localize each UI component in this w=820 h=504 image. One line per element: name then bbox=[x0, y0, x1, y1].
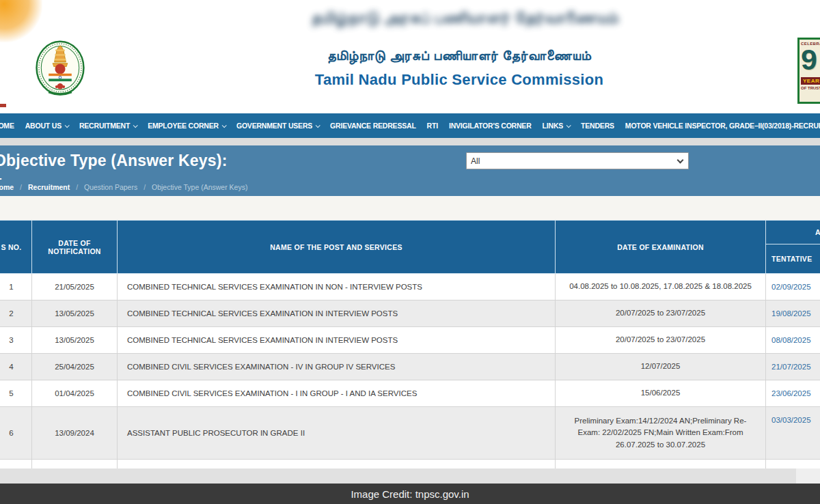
cell-notification-date: 13/05/2025 bbox=[32, 327, 118, 354]
cell-exam-date: 20/07/2025 to 23/07/2025 bbox=[556, 327, 766, 354]
table-row: 6 13/09/2024 ASSISTANT PUBLIC PROSECUTOR… bbox=[0, 407, 820, 460]
divider-band bbox=[0, 138, 820, 145]
bottom-gray-band bbox=[0, 468, 820, 484]
image-credit-text: Image Credit: tnpsc.gov.in bbox=[351, 488, 469, 500]
cell-exam-date: Preliminary Exam:14/12/2024 AN;Prelimina… bbox=[556, 407, 766, 460]
col-header-label: DATE OF NOTIFICATION bbox=[42, 239, 107, 255]
nav-item-label: TENDERS bbox=[581, 122, 614, 130]
cell-notification-date: 13/09/2024 bbox=[32, 407, 118, 460]
nav-item-links[interactable]: LINKS bbox=[543, 122, 571, 130]
cell-post-name: COMBINED TECHNICAL SERVICES EXAMINATION … bbox=[118, 274, 556, 300]
nav-item-label: ABOUT US bbox=[25, 122, 62, 130]
col-header-date-of-notification: DATE OF NOTIFICATION bbox=[32, 221, 118, 274]
breadcrumb-item-home[interactable]: Home bbox=[0, 183, 14, 191]
table-row: 1 21/05/2025 COMBINED TECHNICAL SERVICES… bbox=[0, 274, 820, 300]
badge-years-number: 9 bbox=[801, 46, 820, 73]
col-header-name-of-post: NAME OF THE POST AND SERVICES bbox=[118, 221, 556, 274]
nav-item-label: MOTOR VEHICLE INSPECTOR, GRADE–II(03/201… bbox=[625, 122, 820, 130]
cell-s-no: 1 bbox=[0, 274, 32, 300]
table-row: 2 13/05/2025 COMBINED TECHNICAL SERVICES… bbox=[0, 300, 820, 327]
tnpsc-emblem-logo bbox=[31, 36, 89, 102]
col-header-tentative: TENTATIVE bbox=[766, 244, 820, 274]
nav-item-grievance-redressal[interactable]: GRIEVANCE REDRESSAL bbox=[330, 122, 416, 130]
cell-tentative-key: 21/07/2025 bbox=[766, 354, 820, 380]
site-header: தமிழ்நாடு அரசுப் பணியாளர் தேர்வாணையம் bbox=[0, 0, 820, 113]
cell-tentative-key: 08/08/2025 bbox=[766, 327, 820, 354]
col-header-date-of-examination: DATE OF EXAMINATION bbox=[556, 221, 766, 274]
chevron-down-icon bbox=[65, 123, 70, 128]
col-header-s-no: S NO. bbox=[0, 221, 32, 274]
tentative-key-link[interactable]: 08/08/2025 bbox=[771, 336, 811, 344]
breadcrumb-item-current: Objective Type (Answer Keys) bbox=[152, 183, 247, 191]
breadcrumb: Home / Recruitment / Question Papers / O… bbox=[0, 183, 247, 191]
nav-item-motor-vehicle-inspector[interactable]: MOTOR VEHICLE INSPECTOR, GRADE–II(03/201… bbox=[625, 122, 820, 130]
main-navigation: HOME ABOUT US RECRUITMENT EMPLOYEE CORNE… bbox=[0, 113, 820, 138]
nav-item-employee-corner[interactable]: EMPLOYEE CORNER bbox=[148, 122, 226, 130]
cell-tentative-key: 03/03/2025 bbox=[766, 407, 820, 460]
org-name-tamil: தமிழ்நாடு அரசுப் பணியாளர் தேர்வாணையம் bbox=[327, 48, 592, 64]
cell-notification-date: 25/04/2025 bbox=[32, 354, 118, 380]
tentative-key-link[interactable]: 19/08/2025 bbox=[771, 309, 811, 318]
cell-s-no: 6 bbox=[0, 407, 32, 460]
nav-item-home[interactable]: HOME bbox=[0, 122, 14, 130]
table-row: 4 25/04/2025 COMBINED CIVIL SERVICES EXA… bbox=[0, 354, 820, 380]
cell-tentative-key: 23/06/2025 bbox=[766, 380, 820, 407]
bottom-right-strip bbox=[796, 468, 820, 484]
nav-items-row: HOME ABOUT US RECRUITMENT EMPLOYEE CORNE… bbox=[0, 122, 820, 130]
chevron-down-icon bbox=[222, 123, 227, 128]
filter-dropdown-wrap: All bbox=[466, 152, 689, 169]
nav-item-label: HOME bbox=[0, 122, 14, 130]
nav-item-label: RECRUITMENT bbox=[79, 122, 130, 130]
content-background-band bbox=[0, 196, 820, 220]
chevron-down-icon bbox=[316, 123, 320, 128]
nav-item-label: GRIEVANCE REDRESSAL bbox=[330, 122, 416, 130]
breadcrumb-item-recruitment[interactable]: Recruitment bbox=[28, 183, 70, 191]
nav-item-label: INVIGILATOR'S CORNER bbox=[449, 122, 532, 130]
cell-s-no: 4 bbox=[0, 354, 32, 380]
cell-tentative-key: 19/08/2025 bbox=[766, 300, 820, 327]
cell-tentative-key: 02/09/2025 bbox=[766, 274, 820, 300]
col-header-label: S NO. bbox=[1, 243, 23, 251]
cell-notification-date: 01/04/2025 bbox=[32, 380, 118, 407]
cell-s-no: 5 bbox=[0, 380, 32, 407]
breadcrumb-item-question-papers[interactable]: Question Papers bbox=[84, 183, 137, 191]
cell-notification-date: 13/05/2025 bbox=[32, 300, 118, 327]
nav-item-invigilators-corner[interactable]: INVIGILATOR'S CORNER bbox=[449, 122, 532, 130]
nav-item-rti[interactable]: RTI bbox=[427, 122, 438, 130]
cell-exam-date: 12/07/2025 bbox=[556, 354, 766, 380]
badge-years-label: YEARS bbox=[801, 77, 820, 85]
chevron-down-icon bbox=[566, 123, 571, 128]
image-credit-bar: Image Credit: tnpsc.gov.in bbox=[0, 484, 820, 504]
cell-post-name: COMBINED CIVIL SERVICES EXAMINATION - IV… bbox=[118, 354, 556, 380]
blurred-tamil-banner: தமிழ்நாடு அரசுப் பணியாளர் தேர்வாணையம் bbox=[311, 8, 618, 27]
tnpsc-emblem-icon bbox=[31, 36, 89, 102]
nav-item-label: GOVERNMENT USERS bbox=[236, 122, 312, 130]
cell-s-no: 3 bbox=[0, 327, 32, 354]
breadcrumb-separator: / bbox=[20, 183, 22, 191]
nav-item-government-users[interactable]: GOVERNMENT USERS bbox=[236, 122, 319, 130]
page-title-band: Objective Type (Answer Keys): - All Home… bbox=[0, 145, 820, 196]
nav-item-label: RTI bbox=[427, 122, 438, 130]
cell-exam-date: 20/07/2025 to 23/07/2025 bbox=[556, 300, 766, 327]
filter-dropdown[interactable]: All bbox=[466, 152, 689, 169]
tentative-key-link[interactable]: 02/09/2025 bbox=[771, 283, 811, 291]
badge-of-trust-label: OF TRUST bbox=[801, 86, 820, 90]
breadcrumb-separator: / bbox=[76, 183, 78, 191]
answer-keys-table: S NO. DATE OF NOTIFICATION NAME OF THE P… bbox=[0, 220, 820, 494]
col-header-answer-keys-group: ANSWER KEYS bbox=[766, 221, 820, 244]
nav-item-about-us[interactable]: ABOUT US bbox=[25, 122, 68, 130]
col-header-label: ANSWER KEYS bbox=[815, 228, 820, 236]
org-name-english: Tamil Nadu Public Service Commission bbox=[315, 71, 603, 89]
tentative-key-link[interactable]: 23/06/2025 bbox=[771, 389, 811, 397]
nav-item-label: LINKS bbox=[543, 122, 564, 130]
nav-item-label: EMPLOYEE CORNER bbox=[148, 122, 219, 130]
tnpsc-webpage: தமிழ்நாடு அரசுப் பணியாளர் தேர்வாணையம் bbox=[0, 0, 820, 504]
cell-post-name: COMBINED TECHNICAL SERVICES EXAMINATION … bbox=[118, 327, 556, 354]
table-row: 3 13/05/2025 COMBINED TECHNICAL SERVICES… bbox=[0, 327, 820, 354]
nav-item-tenders[interactable]: TENDERS bbox=[581, 122, 614, 130]
tentative-key-link[interactable]: 21/07/2025 bbox=[771, 363, 811, 371]
nav-item-recruitment[interactable]: RECRUITMENT bbox=[79, 122, 137, 130]
tentative-key-link[interactable]: 03/03/2025 bbox=[771, 416, 811, 424]
cell-s-no: 2 bbox=[0, 300, 32, 327]
cell-exam-date: 15/06/2025 bbox=[556, 380, 766, 407]
